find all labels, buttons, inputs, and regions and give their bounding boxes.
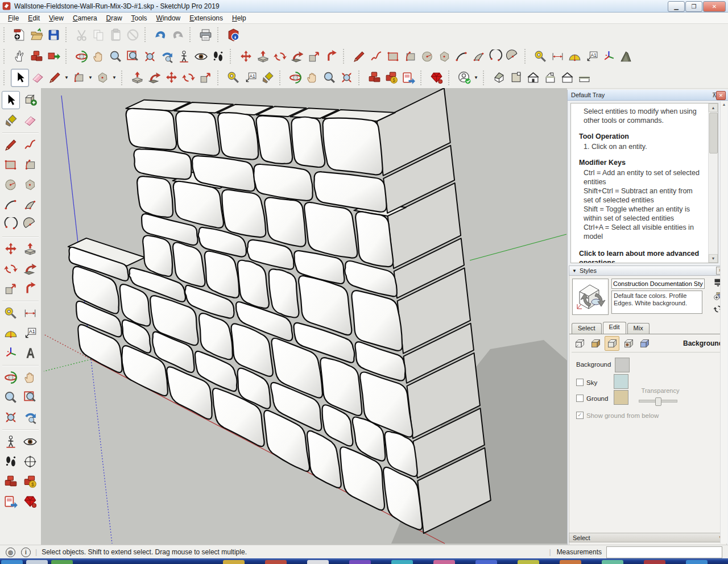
taskbar-app-icon[interactable] [307, 560, 329, 564]
send-to-layout-button[interactable] [2, 493, 19, 510]
orbit-button[interactable] [287, 69, 304, 86]
ground-checkbox[interactable] [576, 395, 584, 402]
select-hand-button[interactable] [11, 48, 28, 65]
taskbar-app-icon[interactable] [26, 560, 48, 564]
offset-button[interactable] [322, 48, 340, 65]
pie-button[interactable] [504, 48, 521, 65]
protractor-button[interactable] [566, 48, 583, 65]
taskbar-app-icon[interactable] [602, 560, 623, 564]
orbit-button[interactable] [2, 369, 19, 386]
account-button[interactable] [456, 69, 473, 86]
instructor-scrollbar[interactable]: ▲ ▼ [708, 103, 718, 263]
section-plane-button[interactable] [22, 453, 39, 470]
view-left-button[interactable] [576, 69, 593, 86]
sky-color-swatch[interactable] [614, 374, 628, 389]
tray-close-icon[interactable]: ✕ [716, 91, 726, 100]
3d-warehouse-button[interactable] [366, 69, 383, 86]
select-button[interactable] [11, 69, 29, 87]
scale-button[interactable] [305, 48, 322, 65]
transparency-slider[interactable] [639, 400, 677, 403]
axes-button[interactable] [2, 345, 19, 362]
zoom-button[interactable] [2, 389, 19, 406]
3d-warehouse-button[interactable] [28, 48, 45, 65]
tape-measure-button[interactable] [225, 69, 242, 86]
move-button[interactable] [237, 48, 254, 65]
zoom-window-button[interactable] [124, 48, 141, 65]
menu-window[interactable]: Window [152, 13, 185, 23]
taskbar-app-icon[interactable] [686, 560, 708, 564]
viewport-canvas[interactable] [41, 88, 567, 545]
taskbar-app-icon[interactable] [349, 560, 371, 564]
tab-mix[interactable]: Mix [627, 323, 650, 334]
menu-camera[interactable]: Camera [68, 13, 102, 23]
scrollbar-thumb[interactable] [709, 113, 718, 154]
axes-button[interactable] [600, 48, 617, 65]
erase-button[interactable] [124, 26, 141, 43]
look-around-button[interactable] [192, 48, 209, 65]
move-button[interactable] [2, 240, 19, 258]
learn-more-link[interactable]: Click to learn about more advanced opera… [579, 249, 702, 263]
tray-scrollbar[interactable]: ▲ [720, 101, 727, 544]
geolocation-icon[interactable]: ◎ [6, 548, 15, 557]
tray-scroll-up-icon[interactable]: ▲ [721, 101, 727, 108]
menu-help[interactable]: Help [228, 13, 251, 23]
dimension-button[interactable] [549, 48, 566, 65]
style-name-input[interactable] [611, 279, 705, 289]
dropdown-arrow-icon[interactable]: ▼ [473, 69, 479, 86]
menu-edit[interactable]: Edit [23, 13, 44, 23]
info-icon[interactable]: i [21, 548, 31, 557]
scroll-up-icon[interactable]: ▲ [709, 103, 718, 112]
position-camera-button[interactable] [175, 48, 192, 65]
save-button[interactable] [45, 26, 62, 43]
collapse-icon[interactable]: ▼ [572, 268, 577, 273]
arcs-button[interactable] [70, 69, 87, 86]
arc-button[interactable] [453, 48, 470, 65]
paint-bucket-button[interactable] [259, 69, 276, 86]
view-front-button[interactable] [524, 69, 541, 86]
taskbar-app-icon[interactable] [265, 560, 287, 564]
3d-text-button[interactable] [617, 48, 634, 65]
cut-button[interactable] [73, 26, 90, 43]
rectangle-button[interactable] [384, 48, 402, 65]
line-button[interactable] [350, 48, 367, 65]
measurements-input[interactable] [606, 546, 722, 558]
look-around-button[interactable] [22, 433, 39, 450]
protractor-button[interactable] [2, 325, 19, 342]
view-iso-button[interactable] [490, 69, 507, 86]
face-settings-button[interactable] [589, 337, 602, 350]
taskbar-app-icon[interactable] [475, 560, 497, 564]
follow-me-button[interactable] [288, 48, 305, 65]
open-button[interactable] [28, 26, 45, 43]
background-settings-button[interactable] [605, 336, 619, 351]
watermark-settings-button[interactable] [622, 337, 635, 350]
send-to-layout-button[interactable] [400, 69, 417, 86]
paint-bucket-button[interactable] [2, 112, 19, 129]
previous-view-button[interactable] [158, 48, 175, 65]
menu-extensions[interactable]: Extensions [185, 13, 228, 23]
taskbar-app-icon[interactable] [518, 560, 539, 564]
rotate-button[interactable] [180, 69, 197, 86]
eraser-button[interactable] [22, 112, 39, 129]
circle-button[interactable] [419, 48, 436, 65]
three-point-arc-button[interactable] [487, 48, 504, 65]
text-button[interactable]: A1 [583, 48, 600, 65]
taskbar-app-icon[interactable] [391, 560, 413, 564]
menu-file[interactable]: File [3, 13, 23, 23]
taskbar-app-icon[interactable] [433, 560, 455, 564]
zoom-extents-button[interactable] [338, 69, 355, 86]
menu-tools[interactable]: Tools [127, 13, 152, 23]
dropdown-arrow-icon[interactable]: ▼ [63, 69, 70, 86]
offset-button[interactable] [22, 280, 39, 297]
tape-measure-button[interactable] [532, 48, 549, 65]
scale-button[interactable] [197, 69, 214, 86]
minimize-button[interactable]: ▁ [668, 1, 685, 12]
taskbar-app-icon[interactable] [560, 560, 581, 564]
windows-taskbar[interactable] [0, 558, 728, 564]
extension-warehouse-button[interactable]: $ [22, 473, 39, 490]
two-point-arc-button[interactable] [470, 48, 487, 65]
menu-draw[interactable]: Draw [102, 13, 127, 23]
pan-button[interactable] [22, 369, 39, 386]
new-button[interactable] [11, 26, 28, 43]
undo-button[interactable] [152, 26, 169, 43]
sky-checkbox[interactable] [576, 379, 584, 386]
